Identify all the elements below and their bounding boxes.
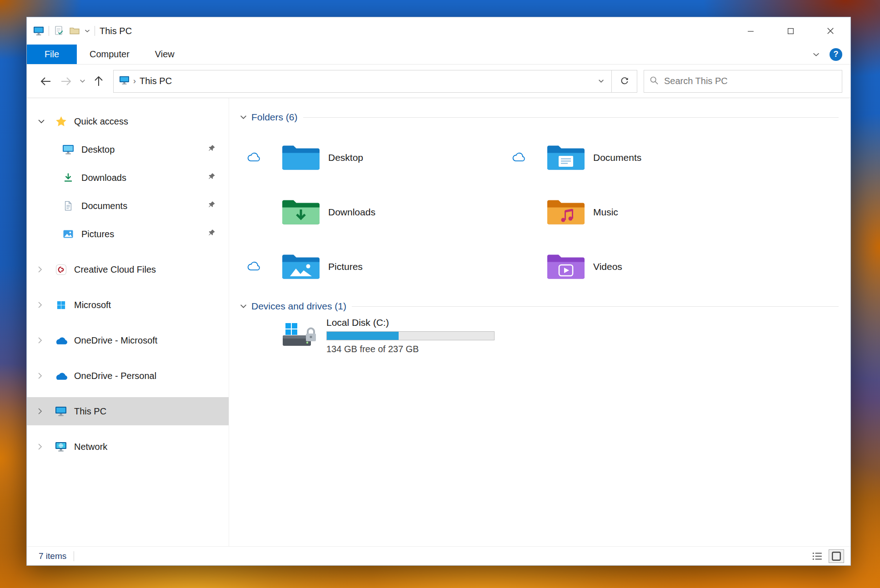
sidebar-item-label: Documents (81, 201, 127, 211)
address-location-icon (119, 75, 130, 87)
this-pc-icon (53, 406, 69, 417)
tile-label: Videos (593, 261, 622, 272)
tile-pictures[interactable]: Pictures (240, 240, 505, 294)
sidebar-item-label: Creative Cloud Files (74, 264, 156, 275)
tile-label: Documents (593, 152, 641, 163)
refresh-button[interactable] (612, 70, 637, 93)
pin-icon (207, 144, 216, 155)
onedrive-icon (53, 372, 69, 380)
sidebar-item-quick-access[interactable]: Quick access (27, 107, 229, 135)
navigation-pane: Quick access Desktop (27, 98, 229, 546)
cloud-status-icon (246, 261, 261, 273)
sidebar-item-label: OneDrive - Personal (74, 371, 156, 381)
chevron-right-icon[interactable] (38, 443, 53, 450)
tile-label: Downloads (328, 207, 375, 218)
sidebar-item-onedrive-personal[interactable]: OneDrive - Personal (27, 362, 229, 390)
tab-view[interactable]: View (142, 45, 187, 64)
disk-usage-fill (327, 332, 399, 340)
cloud-status-icon (246, 152, 261, 164)
quick-access-star-icon (53, 115, 69, 128)
sidebar-item-desktop[interactable]: Desktop (27, 135, 229, 164)
forward-button[interactable] (56, 71, 76, 91)
file-explorer-window: This PC File Computer View (26, 17, 851, 566)
sidebar-item-downloads[interactable]: Downloads (27, 164, 229, 192)
sidebar-item-onedrive-microsoft[interactable]: OneDrive - Microsoft (27, 326, 229, 354)
creative-cloud-icon (53, 264, 69, 275)
sidebar-item-this-pc[interactable]: This PC (27, 397, 229, 425)
expand-ribbon-icon[interactable] (813, 50, 820, 59)
close-button[interactable] (810, 17, 850, 45)
downloads-icon (60, 172, 76, 183)
sidebar-item-label: Pictures (81, 229, 114, 239)
folder-view: Folders (6) Desktop (229, 98, 850, 546)
qat-dropdown-icon[interactable] (85, 29, 90, 33)
folders-group-header[interactable]: Folders (6) (240, 112, 839, 123)
pictures-folder-icon (281, 251, 321, 283)
tile-videos[interactable]: Videos (505, 240, 839, 294)
tab-file[interactable]: File (27, 45, 77, 64)
documents-folder-icon (546, 142, 586, 174)
details-view-button[interactable] (810, 549, 825, 563)
videos-folder-icon (546, 251, 586, 283)
address-dropdown-button[interactable] (590, 70, 611, 92)
pin-icon (207, 229, 216, 239)
search-input[interactable] (664, 76, 836, 86)
chevron-down-icon[interactable] (38, 119, 53, 124)
tile-downloads[interactable]: Downloads (240, 185, 505, 239)
help-button[interactable]: ? (830, 48, 842, 61)
tile-desktop[interactable]: Desktop (240, 131, 505, 184)
sidebar-item-microsoft[interactable]: Microsoft (27, 291, 229, 319)
chevron-right-icon[interactable] (38, 337, 53, 344)
new-folder-icon[interactable] (69, 25, 80, 36)
tile-local-disk-c[interactable]: Local Disk (C:) 134 GB free of 237 GB (240, 317, 839, 354)
large-icons-view-button[interactable] (829, 549, 844, 563)
tile-label: Music (593, 207, 618, 218)
minimize-button[interactable] (730, 17, 770, 45)
navigation-bar: › This PC (27, 65, 850, 98)
status-divider (74, 551, 74, 561)
sidebar-item-label: Microsoft (74, 300, 111, 310)
sidebar-item-pictures[interactable]: Pictures (27, 220, 229, 248)
collapse-group-icon[interactable] (240, 115, 247, 120)
network-icon (53, 441, 69, 452)
collapse-group-icon[interactable] (240, 304, 247, 309)
desktop-wallpaper: This PC File Computer View (0, 0, 880, 588)
pictures-icon (60, 229, 76, 239)
up-button[interactable] (89, 71, 109, 91)
tile-music[interactable]: Music (505, 185, 839, 239)
tile-documents[interactable]: Documents (505, 131, 839, 184)
sidebar-item-label: Quick access (74, 116, 128, 127)
items-count: 7 items (39, 551, 66, 561)
group-title: Folders (6) (251, 112, 298, 123)
desktop-folder-icon (281, 142, 321, 174)
chevron-right-icon[interactable] (38, 408, 53, 415)
sidebar-item-network[interactable]: Network (27, 433, 229, 461)
devices-group-header[interactable]: Devices and drives (1) (240, 301, 839, 312)
recent-locations-icon[interactable] (76, 71, 89, 91)
sidebar-item-label: OneDrive - Microsoft (74, 335, 157, 346)
maximize-button[interactable] (770, 17, 810, 45)
address-bar[interactable]: › This PC (113, 70, 612, 93)
titlebar-divider (95, 26, 95, 36)
group-rule (303, 117, 839, 118)
onedrive-icon (53, 336, 69, 345)
chevron-right-icon[interactable] (38, 372, 53, 379)
downloads-folder-icon (281, 196, 321, 228)
cloud-status-icon (511, 152, 526, 164)
back-button[interactable] (36, 71, 56, 91)
microsoft-icon (53, 300, 69, 310)
properties-icon[interactable] (54, 25, 65, 36)
drive-free-space: 134 GB free of 237 GB (326, 344, 495, 354)
window-icon (33, 26, 44, 36)
music-folder-icon (546, 196, 586, 228)
window-title: This PC (100, 26, 132, 36)
breadcrumb-root[interactable]: This PC (140, 76, 172, 86)
disk-usage-bar (326, 331, 495, 340)
sidebar-item-documents[interactable]: Documents (27, 192, 229, 220)
sidebar-item-creative-cloud-files[interactable]: Creative Cloud Files (27, 255, 229, 284)
sidebar-item-label: This PC (74, 406, 106, 417)
tab-computer[interactable]: Computer (77, 45, 142, 64)
chevron-right-icon[interactable] (38, 301, 53, 309)
chevron-right-icon[interactable] (38, 266, 53, 273)
search-box (644, 70, 842, 93)
